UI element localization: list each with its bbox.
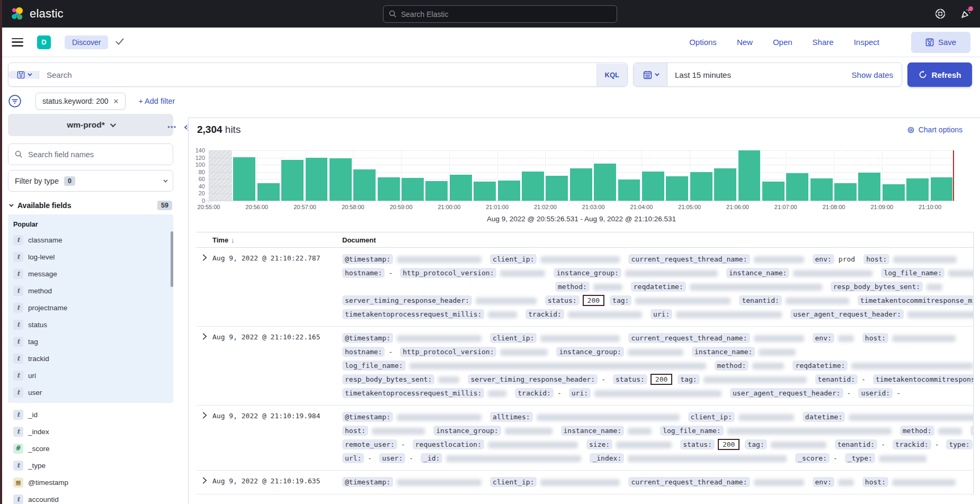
sidebar-field-log-level[interactable]: tlog-level: [12, 248, 169, 265]
filter-by-type-dropdown[interactable]: Filter by type 0: [8, 170, 173, 192]
histogram-bar[interactable]: [593, 163, 617, 201]
open-link[interactable]: Open: [773, 38, 792, 47]
x-axis-tick-label: 21:00:00: [438, 204, 460, 210]
histogram-bar[interactable]: [930, 177, 954, 201]
index-pattern-selector[interactable]: wm-prod*: [8, 114, 173, 136]
elastic-logo[interactable]: elastic: [11, 7, 64, 21]
histogram-bar[interactable]: [377, 177, 400, 201]
sort-descending-icon: ↓: [231, 236, 235, 244]
field-name-pill: status:: [545, 295, 580, 305]
saved-query-menu-button[interactable]: [8, 71, 39, 79]
sidebar-field-@timestamp[interactable]: ▦@timestamp: [12, 474, 169, 491]
available-fields-header[interactable]: Available fields 59: [8, 201, 173, 210]
time-column-header[interactable]: Time ↓: [212, 236, 334, 244]
share-link[interactable]: Share: [813, 38, 834, 47]
expand-row-icon[interactable]: [197, 331, 212, 400]
expand-row-icon[interactable]: [197, 253, 212, 321]
refresh-button[interactable]: Refresh: [907, 62, 972, 87]
remove-filter-icon[interactable]: ✕: [113, 97, 119, 105]
document-column-header[interactable]: Document: [342, 236, 376, 244]
sidebar-field-message[interactable]: tmessage: [12, 265, 169, 282]
histogram-bar[interactable]: [810, 178, 833, 201]
redacted-field-value: [594, 390, 721, 397]
sidebar-field-uri[interactable]: turi: [12, 367, 169, 384]
sidebar-field-user[interactable]: tuser: [12, 384, 169, 401]
add-filter-button[interactable]: + Add filter: [138, 97, 175, 105]
field-name-pill: log_file_name:: [881, 268, 945, 278]
breadcrumb-discover[interactable]: Discover: [65, 35, 108, 49]
histogram-bar[interactable]: [906, 178, 929, 201]
histogram-bar[interactable]: [233, 157, 256, 201]
sidebar-field-tag[interactable]: ttag: [12, 333, 169, 350]
sidebar-field-method[interactable]: tmethod: [12, 282, 169, 299]
sidebar-scrollbar[interactable]: [171, 231, 173, 287]
field-name-pill: resp_body_bytes_sent:: [342, 374, 434, 384]
saved-state-check-icon[interactable]: [115, 38, 124, 47]
histogram-bar[interactable]: [449, 174, 473, 201]
histogram-bar[interactable]: [353, 169, 376, 201]
sidebar-field-_index[interactable]: t_index: [12, 423, 169, 440]
histogram-bar[interactable]: [497, 180, 521, 201]
sidebar-field-_score[interactable]: #_score: [12, 440, 169, 457]
time-range-picker[interactable]: Last 15 minutes Show dates: [633, 62, 902, 87]
show-dates-button[interactable]: Show dates: [852, 70, 893, 79]
options-link[interactable]: Options: [689, 38, 717, 47]
filter-icon[interactable]: [8, 94, 22, 108]
histogram-bar[interactable]: [401, 177, 424, 201]
histogram-bar[interactable]: [473, 181, 496, 201]
hits-histogram[interactable]: 14012010080604020020:55:0020:56:0020:57:…: [209, 150, 954, 201]
histogram-bar[interactable]: [834, 183, 857, 201]
histogram-bar[interactable]: [257, 183, 280, 201]
sidebar-field-classname[interactable]: tclassname: [12, 231, 169, 248]
global-search-input[interactable]: Search Elastic: [383, 5, 617, 23]
sidebar-field-_id[interactable]: t_id: [12, 406, 169, 423]
histogram-bar[interactable]: [329, 158, 352, 201]
histogram-bar[interactable]: [738, 150, 761, 201]
redacted-field-value: [397, 479, 482, 486]
histogram-bar[interactable]: [858, 172, 881, 201]
save-button[interactable]: Save: [911, 32, 970, 53]
histogram-bar[interactable]: [786, 173, 809, 201]
help-icon[interactable]: [934, 8, 946, 20]
expand-row-icon[interactable]: [197, 410, 212, 465]
inspect-link[interactable]: Inspect: [854, 38, 879, 47]
calendar-menu-button[interactable]: [634, 63, 667, 86]
time-range-value[interactable]: Last 15 minutes: [675, 70, 852, 79]
sidebar-field-_type[interactable]: t_type: [12, 457, 169, 474]
discover-app-badge[interactable]: D: [37, 35, 51, 49]
histogram-bar[interactable]: [425, 181, 448, 201]
news-feed-icon[interactable]: [960, 8, 972, 20]
sidebar-field-projectname[interactable]: tprojectname: [12, 299, 169, 316]
redacted-field-value: [446, 455, 581, 462]
sidebar-field-status[interactable]: tstatus: [12, 316, 169, 333]
histogram-bar[interactable]: [305, 157, 328, 201]
histogram-bar[interactable]: [665, 176, 689, 201]
field-name-pill: @timestamp:: [342, 412, 393, 422]
field-value: -: [409, 454, 413, 462]
new-link[interactable]: New: [737, 38, 753, 47]
active-filter-chip[interactable]: status.keyword: 200 ✕: [35, 93, 126, 110]
table-row: Aug 9, 2022 @ 21:10:22.165@timestamp:cli…: [197, 327, 973, 406]
histogram-bar[interactable]: [690, 172, 713, 201]
histogram-bar[interactable]: [882, 184, 905, 201]
chart-options-button[interactable]: Chart options: [907, 125, 963, 134]
sidebar-field-accountid[interactable]: taccountid: [12, 491, 169, 504]
histogram-bar[interactable]: [714, 168, 737, 201]
expand-row-icon[interactable]: [197, 475, 212, 489]
histogram-bar[interactable]: [618, 179, 641, 201]
kql-search-input[interactable]: Search KQL: [8, 62, 628, 87]
histogram-bar[interactable]: [521, 171, 545, 201]
field-search-input[interactable]: Search field names: [8, 143, 173, 165]
histogram-bar[interactable]: [569, 168, 593, 201]
drag-dots-icon[interactable]: [167, 124, 176, 131]
histogram-bar[interactable]: [642, 171, 665, 201]
query-language-badge[interactable]: KQL: [596, 64, 627, 86]
histogram-bar[interactable]: [281, 159, 304, 201]
fields-sidebar: wm-prod* Search field names Filter by ty…: [8, 114, 173, 504]
histogram-bar[interactable]: [762, 181, 785, 201]
histogram-bar[interactable]: [545, 175, 568, 201]
sidebar-field-trackid[interactable]: ttrackid: [12, 350, 169, 367]
redacted-field-value: [754, 479, 804, 486]
menu-icon[interactable]: [12, 38, 23, 47]
chevron-down-icon: [655, 71, 659, 76]
